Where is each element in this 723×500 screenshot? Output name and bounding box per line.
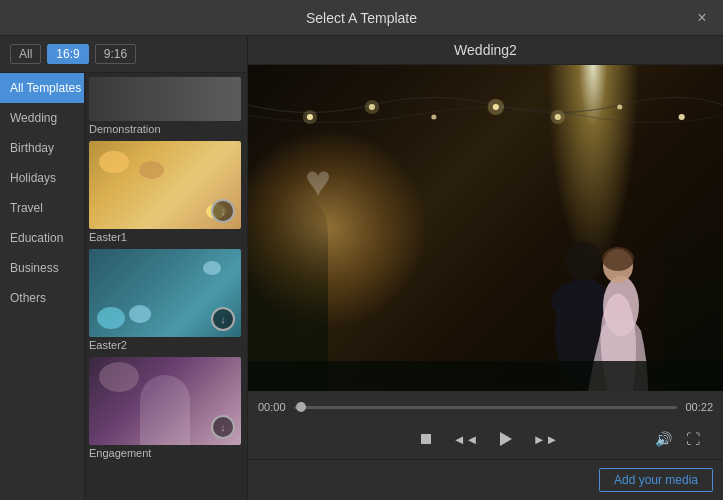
template-item-easter2[interactable]: ↓ Easter2 bbox=[89, 249, 243, 353]
template-label-engagement: Engagement bbox=[89, 445, 243, 461]
template-thumb-demonstration bbox=[89, 77, 241, 121]
category-item-wedding[interactable]: Wedding bbox=[0, 103, 84, 133]
tab-16-9[interactable]: 16:9 bbox=[47, 44, 88, 64]
controls-bar: 00:00 00:22 ◄◄ ►► bbox=[248, 391, 723, 459]
svg-point-8 bbox=[365, 100, 379, 114]
download-icon-engagement[interactable]: ↓ bbox=[211, 415, 235, 439]
template-item-engagement[interactable]: ↓ Engagement bbox=[89, 357, 243, 461]
playback-buttons: ◄◄ ►► 🔊 ⛶ bbox=[258, 419, 713, 459]
template-item-easter1[interactable]: ↓ Easter1 bbox=[89, 141, 243, 245]
download-icon-easter1[interactable]: ↓ bbox=[211, 199, 235, 223]
template-label-demonstration: Demonstration bbox=[89, 121, 243, 137]
category-item-education[interactable]: Education bbox=[0, 223, 84, 253]
tab-all[interactable]: All bbox=[10, 44, 41, 64]
svg-point-10 bbox=[551, 110, 565, 124]
left-content: All Templates Wedding Birthday Holidays … bbox=[0, 73, 247, 500]
timeline-playhead[interactable] bbox=[296, 402, 306, 412]
category-item-all-templates[interactable]: All Templates bbox=[0, 73, 84, 103]
left-panel: All 16:9 9:16 All Templates Wedding Birt… bbox=[0, 36, 248, 500]
svg-point-12 bbox=[565, 241, 601, 281]
right-panel: Wedding2 bbox=[248, 36, 723, 500]
template-label-easter2: Easter2 bbox=[89, 337, 243, 353]
fullscreen-icon: ⛶ bbox=[686, 431, 700, 447]
category-item-business[interactable]: Business bbox=[0, 253, 84, 283]
svg-point-7 bbox=[303, 110, 317, 124]
timeline-row: 00:00 00:22 bbox=[258, 391, 713, 419]
time-start: 00:00 bbox=[258, 401, 286, 413]
time-end: 00:22 bbox=[685, 401, 713, 413]
stop-icon bbox=[421, 434, 431, 444]
preview-title: Wedding2 bbox=[248, 36, 723, 65]
volume-icon: 🔊 bbox=[655, 431, 672, 447]
timeline-track[interactable] bbox=[294, 406, 678, 409]
category-item-birthday[interactable]: Birthday bbox=[0, 133, 84, 163]
volume-button[interactable]: 🔊 bbox=[649, 425, 677, 453]
video-preview: ♥ bbox=[248, 65, 723, 391]
prev-frame-icon: ◄◄ bbox=[453, 432, 479, 447]
fullscreen-button[interactable]: ⛶ bbox=[679, 425, 707, 453]
templates-grid: Demonstration ↓ Easter1 bbox=[85, 73, 247, 500]
category-item-holidays[interactable]: Holidays bbox=[0, 163, 84, 193]
add-media-button[interactable]: Add your media bbox=[599, 468, 713, 492]
close-button[interactable]: × bbox=[693, 9, 711, 27]
category-item-others[interactable]: Others bbox=[0, 283, 84, 313]
category-item-travel[interactable]: Travel bbox=[0, 193, 84, 223]
svg-point-6 bbox=[679, 114, 685, 120]
play-icon bbox=[500, 432, 512, 446]
download-icon-easter2[interactable]: ↓ bbox=[211, 307, 235, 331]
prev-frame-button[interactable]: ◄◄ bbox=[452, 425, 480, 453]
dialog-title: Select A Template bbox=[306, 10, 417, 26]
template-item-demonstration[interactable]: Demonstration bbox=[89, 77, 243, 137]
tab-9-16[interactable]: 9:16 bbox=[95, 44, 136, 64]
next-frame-button[interactable]: ►► bbox=[532, 425, 560, 453]
ground bbox=[248, 361, 723, 391]
svg-point-2 bbox=[431, 115, 436, 120]
stop-button[interactable] bbox=[412, 425, 440, 453]
template-thumb-engagement: ↓ bbox=[89, 357, 241, 445]
title-bar: Select A Template × bbox=[0, 0, 723, 36]
main-layout: All 16:9 9:16 All Templates Wedding Birt… bbox=[0, 36, 723, 500]
svg-point-9 bbox=[488, 99, 505, 115]
play-button[interactable] bbox=[492, 425, 520, 453]
next-frame-icon: ►► bbox=[533, 432, 559, 447]
svg-point-5 bbox=[617, 105, 622, 110]
category-list: All Templates Wedding Birthday Holidays … bbox=[0, 73, 85, 500]
tabs-row: All 16:9 9:16 bbox=[0, 36, 247, 73]
template-label-easter1: Easter1 bbox=[89, 229, 243, 245]
bottom-bar: Add your media bbox=[248, 459, 723, 500]
svg-point-16 bbox=[602, 247, 634, 271]
template-thumb-easter1: ↓ bbox=[89, 141, 241, 229]
template-thumb-easter2: ↓ bbox=[89, 249, 241, 337]
